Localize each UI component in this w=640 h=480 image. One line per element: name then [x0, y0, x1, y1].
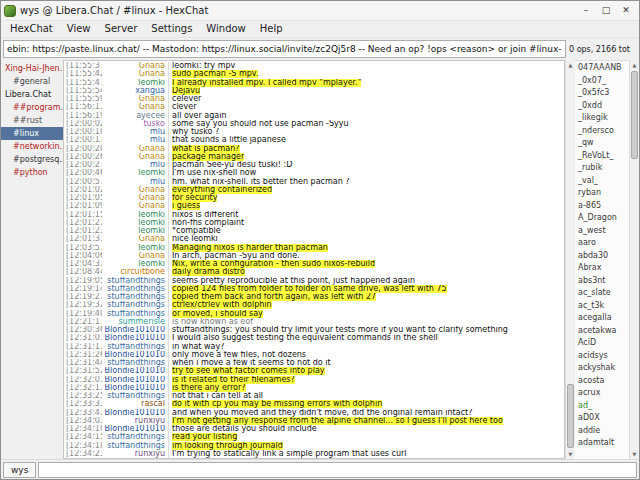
user-item[interactable]: acosta [575, 375, 629, 388]
topic-input[interactable] [3, 40, 566, 58]
nick: stuffandthings [102, 442, 168, 450]
chat-line: [12:01:31]Gnananice leomki [64, 235, 564, 243]
menu-item-hexchat[interactable]: HexChat [3, 21, 60, 37]
user-item[interactable]: _val_ [575, 175, 629, 188]
message: *compatible [168, 227, 564, 235]
scroll-down-icon[interactable]: ▼ [566, 449, 575, 459]
user-item[interactable]: addie [575, 425, 629, 438]
hexchat-window: wys @ Libera.Chat / #linux - HexChat –□✕… [0, 0, 640, 480]
chat-line: [11:55:42]Gnanasudo pacman -S mpv. [64, 70, 564, 78]
timestamp: [12:01:05] [64, 194, 102, 202]
user-item[interactable]: _rubik [575, 162, 629, 175]
user-item[interactable]: _0x07_ [575, 75, 629, 88]
nick: leomki [102, 260, 168, 268]
user-item[interactable]: 047AAANB [575, 62, 629, 75]
minimize-button[interactable]: – [576, 3, 596, 19]
nick: stuffandthings [102, 359, 168, 367]
chat-line: [12:31:52]Blondie101010try to see what f… [64, 367, 564, 375]
message: those are details you should include [168, 425, 564, 433]
tree-item-networkin[interactable]: #networkin… [1, 140, 63, 153]
scroll-up-icon[interactable]: ▲ [566, 60, 575, 70]
user-item[interactable]: abs3nt [575, 275, 629, 288]
chat-line: [12:33:43]Blondie101010and when you move… [64, 409, 564, 417]
scroll-down-icon[interactable]: ▼ [630, 449, 639, 459]
user-item[interactable]: _0xdd [575, 100, 629, 113]
user-item[interactable]: adamtalt [575, 437, 629, 450]
user-item[interactable]: A_Dragon [575, 212, 629, 225]
chat-line: [12:04:33]leomkiNix, write a configurati… [64, 260, 564, 268]
nick: ayecee [102, 112, 168, 120]
timestamp: [12:00:10] [64, 128, 102, 136]
menu-item-help[interactable]: Help [253, 21, 290, 37]
maximize-button[interactable]: □ [596, 3, 616, 19]
chat-line: [12:32:13]Blondie101010is there any erro… [64, 384, 564, 392]
user-item[interactable]: AciD [575, 337, 629, 350]
tree-item-general[interactable]: #general [1, 75, 63, 88]
menu-item-window[interactable]: Window [199, 21, 252, 37]
nick: mlu [102, 178, 168, 186]
timestamp: [12:19:05] [64, 277, 102, 285]
nick: Gnana [102, 95, 168, 103]
menu-item-settings[interactable]: Settings [144, 21, 199, 37]
nick: Blondie101010 [102, 326, 168, 334]
user-item[interactable]: ac_slate [575, 287, 629, 300]
user-item[interactable]: acetakwa [575, 325, 629, 338]
tree-item-linux[interactable]: #linux [1, 127, 63, 140]
user-item[interactable]: a-865 [575, 200, 629, 213]
nick: Gnana [102, 62, 168, 70]
timestamp: [12:01:23] [64, 227, 102, 235]
chat-line: [11:55:47]leomkiI already installed mpv.… [64, 79, 564, 87]
user-item[interactable]: _0x5fc3 [575, 87, 629, 100]
nick: Gnana [102, 252, 168, 260]
user-item[interactable]: aaro [575, 237, 629, 250]
chat-scrollbar[interactable]: ▲ ▼ [565, 60, 575, 459]
message: some say you should not use pacman -Syyu [168, 120, 564, 128]
chat-line: [12:01:02]Gnanaeverything containerized [64, 186, 564, 194]
user-item[interactable]: acegalla [575, 312, 629, 325]
chat-scrollbar-thumb[interactable] [567, 384, 574, 448]
timestamp: [11:55:37] [64, 62, 102, 70]
message: Nix, write a configuration - then sudo n… [168, 260, 564, 268]
user-item[interactable]: Abrax [575, 262, 629, 275]
tree-item-xing-hai-jhen[interactable]: Xing-Hai-Jhen… [1, 62, 63, 75]
timestamp: [12:31:26] [64, 351, 102, 359]
chat-area: [11:55:37]Gnanaleomki: try mpv[11:55:42]… [64, 61, 564, 458]
chat-line: [12:03:57]leomkiManaging nixos is harder… [64, 244, 564, 252]
user-item[interactable]: _ReVoLt_ [575, 150, 629, 163]
message: when i move a few it seems to not do it [168, 359, 564, 367]
chat-line: [11:56:19]ayeceeall over again [64, 112, 564, 120]
nick-button[interactable]: wys [3, 462, 36, 478]
tree-item-program[interactable]: ##program… [1, 101, 63, 114]
user-list: 047AAANB_0x07__0x5fc3_0xdd_likegik_nders… [575, 60, 629, 459]
nick: runxiyu [102, 450, 168, 458]
user-item[interactable]: _likegik [575, 112, 629, 125]
user-item[interactable]: _qw [575, 137, 629, 150]
user-item[interactable]: ac_t3k [575, 300, 629, 313]
user-item[interactable]: ad_ [575, 400, 629, 413]
nick: Blondie101010 [102, 376, 168, 384]
scroll-up-icon[interactable]: ▲ [630, 60, 639, 70]
tree-item-postgresq[interactable]: #postgresq… [1, 153, 63, 166]
user-item[interactable]: a_west [575, 225, 629, 238]
menu-item-server[interactable]: Server [98, 21, 145, 37]
user-item[interactable]: ackyshak [575, 362, 629, 375]
user-item[interactable]: ryban [575, 187, 629, 200]
user-item[interactable]: acidsys [575, 350, 629, 363]
user-item[interactable]: _ndersco [575, 125, 629, 138]
timestamp: [12:32:01] [64, 376, 102, 384]
message: everything containerized [168, 186, 564, 194]
user-item[interactable]: acrux [575, 387, 629, 400]
user-item[interactable]: abda30 [575, 250, 629, 263]
user-item[interactable]: aD0X [575, 412, 629, 425]
tree-item-python[interactable]: #python [1, 166, 63, 179]
chat-line: [12:19:40]stuffandthingsor moved, i shou… [64, 310, 564, 318]
menu-item-view[interactable]: View [60, 21, 98, 37]
userlist-scrollbar-thumb[interactable] [631, 71, 638, 159]
tree-item-libera-chat[interactable]: Libera.Chat [1, 88, 63, 101]
userlist-scrollbar[interactable]: ▲ ▼ [629, 60, 639, 459]
timestamp: [12:34:15] [64, 433, 102, 441]
tree-item-rust[interactable]: ##rust [1, 114, 63, 127]
chat-line: [12:32:01]Blondie101010is it related to … [64, 376, 564, 384]
close-button[interactable]: ✕ [616, 3, 636, 19]
message-input[interactable] [38, 462, 637, 478]
